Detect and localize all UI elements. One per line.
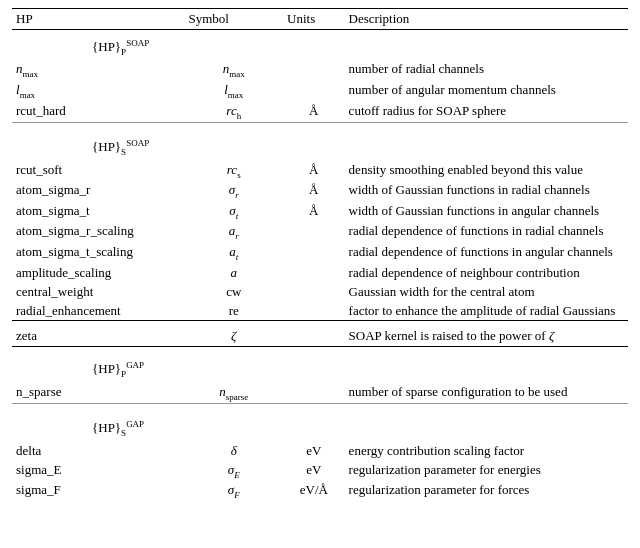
units-cell (283, 301, 345, 321)
col-units: Units (283, 9, 345, 30)
units-cell: eV (283, 460, 345, 481)
hp-cell: n_sparse (12, 382, 184, 403)
col-symbol: Symbol (184, 9, 283, 30)
units-cell (283, 60, 345, 81)
table-row: atom_sigma_t σt Å width of Gaussian func… (12, 201, 628, 222)
symbol-cell: σE (184, 460, 283, 481)
desc-cell: cutoff radius for SOAP sphere (345, 101, 628, 122)
desc-cell: SOAP kernel is raised to the power of ζ (345, 327, 628, 347)
table-row: n_sparse nsparse number of sparse config… (12, 382, 628, 403)
symbol-cell: δ (184, 441, 283, 460)
desc-cell: number of sparse configuration to be use… (345, 382, 628, 403)
hp-cell: radial_enhancement (12, 301, 184, 321)
divider (12, 403, 628, 411)
divider (12, 122, 628, 130)
desc-cell: factor to enhance the amplitude of radia… (345, 301, 628, 321)
hp-cell: delta (12, 441, 184, 460)
hp-cell: rcut_hard (12, 101, 184, 122)
desc-cell: number of angular momentum channels (345, 81, 628, 102)
table-row: atom_sigma_r_scaling ar radial dependenc… (12, 222, 628, 243)
units-cell (283, 243, 345, 264)
section-label: {HP}PGAP (12, 352, 628, 382)
units-cell (283, 382, 345, 403)
symbol-cell: ar (184, 222, 283, 243)
hp-cell: nmax (12, 60, 184, 81)
symbol-cell: ζ (184, 327, 283, 347)
units-cell (283, 282, 345, 301)
desc-cell: radial dependence of functions in angula… (345, 243, 628, 264)
hp-cell: atom_sigma_t_scaling (12, 243, 184, 264)
table-row: radial_enhancement re factor to enhance … (12, 301, 628, 321)
hp-cell: lmax (12, 81, 184, 102)
hp-cell: sigma_F (12, 481, 184, 502)
units-cell: eV/Å (283, 481, 345, 502)
symbol-cell: rcs (184, 160, 283, 181)
units-cell (283, 81, 345, 102)
units-cell (283, 327, 345, 347)
main-table: HP Symbol Units Description {HP}PSOAP nm… (12, 8, 628, 501)
symbol-cell: σF (184, 481, 283, 502)
symbol-cell: a (184, 263, 283, 282)
symbol-cell: re (184, 301, 283, 321)
section-header-row: {HP}SGAP (12, 411, 628, 441)
hp-cell: amplitude_scaling (12, 263, 184, 282)
symbol-cell: cw (184, 282, 283, 301)
hp-cell: zeta (12, 327, 184, 347)
table-row: zeta ζ SOAP kernel is raised to the powe… (12, 327, 628, 347)
section-label: {HP}PSOAP (12, 30, 628, 60)
symbol-cell: rch (184, 101, 283, 122)
desc-cell: radial dependence of functions in radial… (345, 222, 628, 243)
section-header-row: {HP}SSOAP (12, 130, 628, 160)
units-cell: Å (283, 201, 345, 222)
desc-cell: radial dependence of neighbour contribut… (345, 263, 628, 282)
hp-cell: central_weight (12, 282, 184, 301)
table-row: delta δ eV energy contribution scaling f… (12, 441, 628, 460)
symbol-cell: σt (184, 201, 283, 222)
symbol-cell: nmax (184, 60, 283, 81)
units-cell: Å (283, 101, 345, 122)
col-hp: HP (12, 9, 184, 30)
hp-cell: atom_sigma_t (12, 201, 184, 222)
table-row: atom_sigma_r σr Å width of Gaussian func… (12, 181, 628, 202)
desc-cell: energy contribution scaling factor (345, 441, 628, 460)
desc-cell: density smoothing enabled beyond this va… (345, 160, 628, 181)
desc-cell: number of radial channels (345, 60, 628, 81)
hp-cell: atom_sigma_r_scaling (12, 222, 184, 243)
units-cell (283, 263, 345, 282)
hp-cell: atom_sigma_r (12, 181, 184, 202)
symbol-cell: nsparse (184, 382, 283, 403)
table-row: amplitude_scaling a radial dependence of… (12, 263, 628, 282)
desc-cell: width of Gaussian functions in radial ch… (345, 181, 628, 202)
symbol-cell: lmax (184, 81, 283, 102)
table-row: rcut_hard rch Å cutoff radius for SOAP s… (12, 101, 628, 122)
section-label: {HP}SSOAP (12, 130, 628, 160)
table-row: lmax lmax number of angular momentum cha… (12, 81, 628, 102)
table-row: central_weight cw Gaussian width for the… (12, 282, 628, 301)
units-cell (283, 222, 345, 243)
units-cell: Å (283, 181, 345, 202)
symbol-cell: σr (184, 181, 283, 202)
table-row: rcut_soft rcs Å density smoothing enable… (12, 160, 628, 181)
units-cell: eV (283, 441, 345, 460)
table-row: sigma_E σE eV regularization parameter f… (12, 460, 628, 481)
table-row: nmax nmax number of radial channels (12, 60, 628, 81)
table-row: atom_sigma_t_scaling at radial dependenc… (12, 243, 628, 264)
hp-cell: rcut_soft (12, 160, 184, 181)
desc-cell: regularization parameter for energies (345, 460, 628, 481)
divider-row (12, 122, 628, 130)
section-header-row: {HP}PSOAP (12, 30, 628, 60)
desc-cell: Gaussian width for the central atom (345, 282, 628, 301)
symbol-cell: at (184, 243, 283, 264)
col-description: Description (345, 9, 628, 30)
hp-cell: sigma_E (12, 460, 184, 481)
desc-cell: regularization parameter for forces (345, 481, 628, 502)
table-row: sigma_F σF eV/Å regularization parameter… (12, 481, 628, 502)
units-cell: Å (283, 160, 345, 181)
section-header-row: {HP}PGAP (12, 352, 628, 382)
divider-row (12, 403, 628, 411)
section-label: {HP}SGAP (12, 411, 628, 441)
desc-cell: width of Gaussian functions in angular c… (345, 201, 628, 222)
